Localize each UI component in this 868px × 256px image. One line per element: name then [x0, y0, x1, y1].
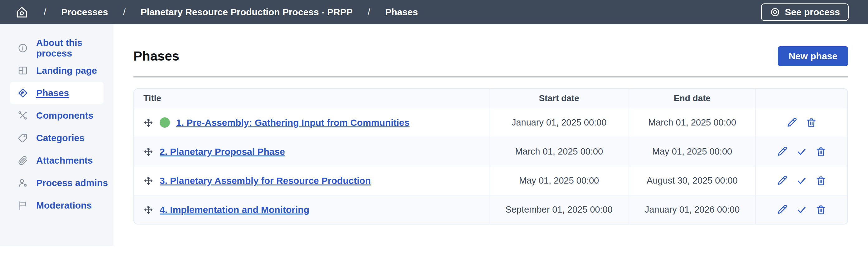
table-row: 2. Planetary Proposal Phase March 01, 20…: [134, 137, 847, 166]
phase-title-link[interactable]: 1. Pre-Assembly: Gathering Input from Co…: [176, 117, 409, 128]
sidebar-item-label: Process admins: [36, 178, 108, 188]
home-icon[interactable]: [15, 5, 29, 19]
table-header: Title Start date End date: [134, 89, 847, 108]
column-header-actions: [756, 89, 847, 108]
breadcrumb-processes[interactable]: Processes: [61, 7, 108, 18]
see-process-label: See process: [785, 7, 840, 18]
sidebar-item-categories[interactable]: Categories: [0, 127, 114, 149]
paperclip-icon: [18, 155, 28, 166]
sidebar-item-landing-page[interactable]: Landing page: [0, 59, 114, 82]
tag-icon: [18, 133, 28, 143]
drag-handle-icon[interactable]: [144, 176, 153, 186]
end-date: March 01, 2025 00:00: [648, 117, 736, 128]
edit-icon[interactable]: [777, 175, 788, 187]
start-date: January 01, 2025 00:00: [512, 117, 607, 128]
drag-handle-icon[interactable]: [144, 205, 153, 215]
sidebar-item-attachments[interactable]: Attachments: [0, 149, 114, 172]
end-date: August 30, 2025 00:00: [647, 175, 738, 186]
edit-icon[interactable]: [777, 146, 788, 158]
sidebar-item-components[interactable]: Components: [0, 104, 114, 127]
see-process-button[interactable]: See process: [761, 3, 849, 21]
delete-icon[interactable]: [815, 175, 827, 187]
phases-page: Phases New phase Title Start date End da…: [114, 24, 868, 246]
edit-icon[interactable]: [777, 204, 788, 216]
phase-title-link[interactable]: 4. Implementation and Monitoring: [160, 204, 309, 215]
breadcrumb: / Processes / Planetary Resource Product…: [15, 5, 418, 19]
activate-phase-icon[interactable]: [796, 204, 807, 216]
table-row: 1. Pre-Assembly: Gathering Input from Co…: [134, 108, 847, 137]
column-header-end-date: End date: [629, 89, 756, 108]
drag-handle-icon[interactable]: [144, 118, 153, 128]
sidebar-item-label: Phases: [36, 88, 69, 98]
activate-phase-icon[interactable]: [796, 175, 807, 187]
breadcrumb-separator: /: [44, 7, 46, 18]
end-date: January 01, 2026 00:00: [645, 204, 740, 215]
breadcrumb-separator: /: [368, 7, 370, 18]
start-date: March 01, 2025 00:00: [515, 146, 603, 157]
user-gear-icon: [18, 178, 28, 188]
delete-icon[interactable]: [815, 146, 827, 158]
sidebar-item-moderations[interactable]: Moderations: [0, 194, 114, 217]
process-sidebar: About this process Landing page Phases C…: [0, 24, 114, 246]
layout-icon: [18, 65, 28, 76]
phases-table: Title Start date End date 1. Pre-Assembl…: [133, 88, 848, 225]
tools-icon: [18, 110, 28, 121]
page-title: Phases: [133, 46, 179, 66]
start-date: May 01, 2025 00:00: [519, 175, 599, 186]
sidebar-item-label: Moderations: [36, 200, 92, 211]
phase-title-link[interactable]: 2. Planetary Proposal Phase: [160, 146, 285, 157]
sidebar-item-label: Components: [36, 110, 93, 121]
breadcrumb-process-title[interactable]: Planetary Resource Production Process - …: [141, 7, 352, 18]
sidebar-item-label: Landing page: [36, 65, 97, 76]
breadcrumb-separator: /: [123, 7, 125, 18]
flag-icon: [18, 200, 28, 211]
edit-icon[interactable]: [786, 117, 798, 128]
new-phase-button[interactable]: New phase: [778, 46, 848, 66]
table-row: 3. Planetary Assembly for Resource Produ…: [134, 166, 847, 195]
sidebar-item-label: Attachments: [36, 155, 93, 166]
drag-handle-icon[interactable]: [144, 147, 153, 157]
sidebar-item-phases[interactable]: Phases: [10, 82, 103, 104]
sidebar-item-process-admins[interactable]: Process admins: [0, 172, 114, 194]
active-phase-indicator: [160, 117, 170, 128]
sidebar-item-about[interactable]: About this process: [0, 37, 114, 59]
eye-icon: [770, 7, 780, 18]
activate-phase-icon[interactable]: [796, 146, 807, 158]
column-header-title: Title: [134, 89, 490, 108]
column-header-start-date: Start date: [490, 89, 629, 108]
sidebar-item-label: Categories: [36, 133, 85, 143]
end-date: May 01, 2025 00:00: [652, 146, 732, 157]
start-date: September 01, 2025 00:00: [505, 204, 612, 215]
phases-icon: [18, 88, 28, 98]
table-row: 4. Implementation and Monitoring Septemb…: [134, 195, 847, 224]
admin-top-bar: / Processes / Planetary Resource Product…: [0, 0, 868, 24]
delete-icon[interactable]: [806, 117, 817, 128]
phase-title-link[interactable]: 3. Planetary Assembly for Resource Produ…: [160, 175, 371, 186]
info-icon: [18, 43, 28, 53]
delete-icon[interactable]: [815, 204, 827, 216]
sidebar-item-label: About this process: [36, 37, 114, 59]
breadcrumb-current-phases[interactable]: Phases: [385, 7, 418, 18]
title-divider: [133, 77, 848, 78]
